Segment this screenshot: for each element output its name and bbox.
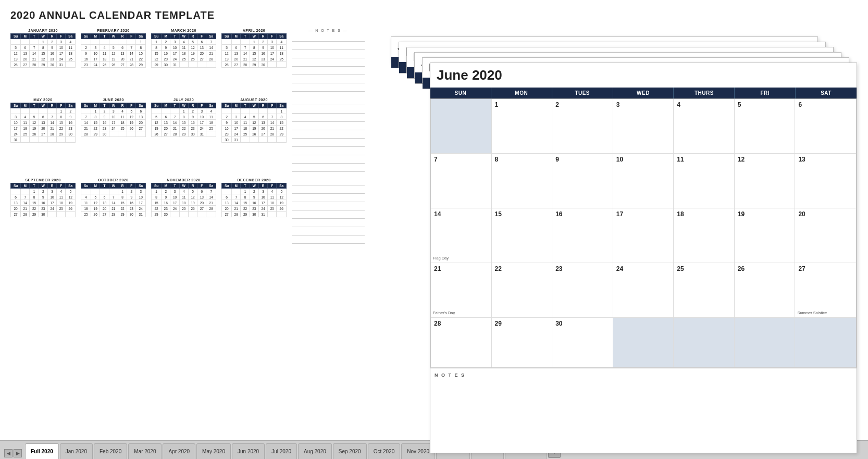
notes-line bbox=[292, 203, 365, 210]
small-cal-apr-title: APRIL 2020 bbox=[221, 29, 287, 32]
tab-jan-2020[interactable]: Jan 2020 bbox=[60, 443, 93, 459]
cal-day-25: 25 bbox=[674, 263, 735, 317]
header-fri: FRI bbox=[735, 88, 796, 98]
cal-day-23: 23 bbox=[552, 263, 613, 317]
cal-day-empty-2 bbox=[613, 318, 674, 367]
cal-day-2: 2 bbox=[552, 99, 613, 153]
tab-feb-2020[interactable]: Feb 2020 bbox=[94, 443, 127, 459]
cal-day-4: 4 bbox=[674, 99, 735, 153]
cal-day-15: 15 bbox=[492, 208, 553, 263]
cal-day-empty-5 bbox=[795, 318, 856, 367]
cal-day-3: 3 bbox=[613, 99, 674, 153]
cal-day-7: 7 bbox=[431, 154, 492, 208]
tab-full-2020[interactable]: Full 2020 bbox=[25, 443, 59, 459]
tab-mar-2020[interactable]: Mar 2020 bbox=[128, 443, 162, 459]
notes-line bbox=[292, 237, 365, 244]
notes-line bbox=[292, 123, 365, 130]
notes-line bbox=[292, 228, 365, 235]
notes-line bbox=[292, 68, 365, 75]
small-cal-jan-title: JANUARY 2020 bbox=[10, 29, 76, 32]
cal-day-14: 14Flag Day bbox=[431, 208, 492, 263]
cal-day-27: 27Summer Solstice bbox=[795, 263, 856, 317]
notes-line bbox=[292, 76, 365, 83]
small-cal-jun-title: JUNE 2020 bbox=[81, 98, 146, 102]
small-cal-jul-title: JULY 2020 bbox=[151, 98, 216, 102]
cal-day-29: 29 bbox=[492, 318, 553, 367]
cal-week-3: 14Flag Day 15 16 17 18 19 20 bbox=[431, 208, 856, 263]
small-cal-dec: DECEMBER 2020 SuMTWRFSa 12345 6789101112… bbox=[221, 178, 287, 245]
notes-line bbox=[292, 106, 365, 114]
small-cal-jan: JANUARY 2020 SuMTWRFSa 1234 567891011 12… bbox=[10, 29, 76, 93]
tab-oct-2020[interactable]: Oct 2020 bbox=[368, 443, 401, 459]
large-cal-jun-full: June 2020 SUN MON TUES WED THURS FRI SAT… bbox=[430, 63, 857, 453]
notes-label: N O T E S bbox=[435, 373, 465, 378]
cal-day-28: 28 bbox=[431, 318, 492, 367]
cal-week-5: 28 29 30 bbox=[431, 318, 856, 367]
notes-line bbox=[292, 84, 365, 92]
tab-aug-2020[interactable]: Aug 2020 bbox=[298, 443, 332, 459]
notes-line bbox=[292, 115, 365, 122]
cal-day-1: 1 bbox=[492, 99, 553, 153]
header-sat: SAT bbox=[796, 88, 857, 98]
tab-next-arrow[interactable]: ▶ bbox=[14, 449, 22, 457]
small-cal-oct-title: OCTOBER 2020 bbox=[81, 178, 146, 182]
small-cal-oct: OCTOBER 2020 SuMTWRFSa 123 45678910 1112… bbox=[81, 178, 146, 245]
notes-section-3 bbox=[292, 178, 365, 245]
notes-line bbox=[292, 156, 365, 164]
small-cal-nov: NOVEMBER 2020 SuMTWRFSa 1234567 89101112… bbox=[151, 178, 216, 245]
tab-jun-2020[interactable]: Jun 2020 bbox=[232, 443, 265, 459]
main-area: 2020 ANNUAL CALENDAR TEMPLATE JANUARY 20… bbox=[0, 0, 868, 440]
cal-day-17: 17 bbox=[613, 208, 674, 263]
calendar-row-2: MAY 2020 SuMTWRFSa 12 3456789 1011121314… bbox=[10, 98, 365, 173]
small-cal-may: MAY 2020 SuMTWRFSa 12 3456789 1011121314… bbox=[10, 98, 76, 173]
small-cal-may-title: MAY 2020 bbox=[10, 98, 76, 102]
notes-line bbox=[292, 43, 365, 50]
tab-jul-2020[interactable]: Jul 2020 bbox=[266, 443, 297, 459]
small-cal-sep-title: SEPTEMBER 2020 bbox=[10, 178, 76, 182]
header-thurs: THURS bbox=[674, 88, 735, 98]
small-cal-jun: JUNE 2020 SuMTWRFSa 123456 78910111213 1… bbox=[81, 98, 146, 173]
header-sun: SUN bbox=[430, 88, 491, 98]
large-cal-notes: N O T E S bbox=[430, 368, 857, 404]
cal-day-20: 20 bbox=[795, 208, 856, 263]
cal-day-21: 21Father's Day bbox=[431, 263, 492, 317]
small-cal-sep: SEPTEMBER 2020 SuMTWRFSa 12345 678910111… bbox=[10, 178, 76, 245]
tab-apr-2020[interactable]: Apr 2020 bbox=[163, 443, 195, 459]
cal-day-11: 11 bbox=[674, 154, 735, 208]
small-cal-aug-title: AUGUST 2020 bbox=[221, 98, 287, 102]
cal-day-13: 13 bbox=[795, 154, 856, 208]
notes-line bbox=[292, 165, 365, 172]
cal-day-5: 5 bbox=[735, 99, 796, 153]
tab-prev-arrow[interactable]: ◀ bbox=[4, 449, 13, 457]
small-cal-mar: MARCH 2020 SuMTWRFSa 1234567 89101112131… bbox=[151, 29, 216, 93]
cal-day-30: 30 bbox=[552, 318, 613, 367]
notes-section-1: — N O T E S — bbox=[292, 29, 365, 93]
cal-day-22: 22 bbox=[492, 263, 553, 317]
notes-line bbox=[292, 34, 365, 42]
cal-day-empty-3 bbox=[674, 318, 735, 367]
cal-week-4: 21Father's Day 22 23 24 25 26 27Summer S… bbox=[431, 263, 856, 318]
notes-line bbox=[292, 195, 365, 202]
notes-section-2 bbox=[292, 98, 365, 173]
notes-line bbox=[292, 59, 365, 67]
notes-line bbox=[292, 178, 365, 185]
notes-line bbox=[292, 140, 365, 147]
tab-sep-2020[interactable]: Sep 2020 bbox=[333, 443, 367, 459]
notes-line bbox=[292, 51, 365, 58]
cal-day-26: 26 bbox=[735, 263, 796, 317]
tab-may-2020[interactable]: May 2020 bbox=[196, 443, 231, 459]
cal-day-empty-4 bbox=[735, 318, 796, 367]
cal-day-10: 10 bbox=[613, 154, 674, 208]
jun-full-header: SUN MON TUES WED THURS FRI SAT bbox=[430, 88, 857, 99]
small-calendars-area: JANUARY 2020 SuMTWRFSa 1234 567891011 12… bbox=[10, 29, 365, 435]
jun-cal-body: 1 2 3 4 5 6 7 8 9 10 11 12 bbox=[430, 99, 857, 368]
cal-day-empty bbox=[431, 99, 492, 153]
calendar-row-1: JANUARY 2020 SuMTWRFSa 1234 567891011 12… bbox=[10, 29, 365, 93]
solstice-event: Summer Solstice bbox=[797, 311, 827, 315]
flag-day-event: Flag Day bbox=[433, 256, 449, 260]
cal-day-12: 12 bbox=[735, 154, 796, 208]
notes-line bbox=[292, 187, 365, 194]
header-wed: WED bbox=[613, 88, 674, 98]
header-mon: MON bbox=[491, 88, 552, 98]
calendar-row-3: SEPTEMBER 2020 SuMTWRFSa 12345 678910111… bbox=[10, 178, 365, 245]
